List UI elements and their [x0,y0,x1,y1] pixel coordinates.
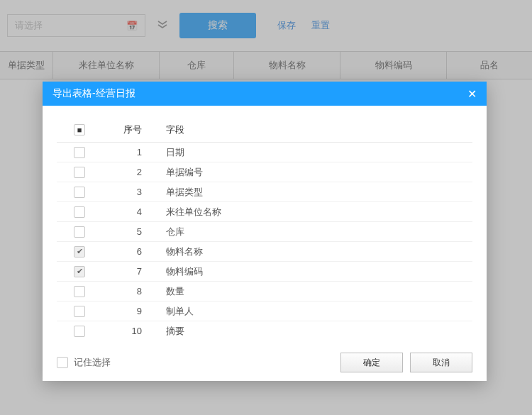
row-field: 单据类型 [166,186,472,199]
row-index: 4 [102,206,166,217]
modal-title: 导出表格-经营日报 [52,87,135,100]
remember-checkbox[interactable] [57,357,68,368]
ok-button[interactable]: 确定 [340,353,403,372]
modal-footer: 记住选择 确定 取消 [43,344,487,381]
col-header-index: 序号 [102,123,166,136]
row-checkbox[interactable] [74,147,85,158]
row-index: 3 [102,187,166,197]
row-index: 2 [102,167,166,177]
row-field: 单据编号 [166,166,472,179]
row-checkbox[interactable] [74,187,85,198]
table-row: 4来往单位名称 [57,202,472,222]
row-field: 数量 [166,285,472,298]
row-checkbox[interactable] [74,206,85,218]
table-row: 2单据编号 [57,162,472,182]
row-field: 物料编码 [166,265,472,278]
row-index: 6 [102,246,166,257]
table-row: 9制单人 [57,301,472,321]
col-header-field: 字段 [166,123,472,136]
remember-label: 记住选择 [74,356,111,369]
table-row: 8数量 [57,282,472,301]
row-checkbox[interactable] [74,167,85,178]
table-row: ✔7物料编码 [57,262,472,282]
row-checkbox[interactable] [74,326,85,337]
modal-header: 导出表格-经营日报 ✕ [43,82,487,106]
remember-choice[interactable]: 记住选择 [57,356,111,369]
select-all-checkbox[interactable]: ■ [74,124,85,135]
close-icon[interactable]: ✕ [467,87,477,101]
cancel-button[interactable]: 取消 [410,353,472,372]
row-checkbox[interactable]: ✔ [74,246,85,258]
row-field: 日期 [166,146,472,159]
table-row: 5仓库 [57,222,472,242]
row-checkbox[interactable] [74,226,85,238]
row-field: 制单人 [166,305,472,318]
row-checkbox[interactable] [74,286,85,297]
table-header-row: ■ 序号 字段 [57,117,472,143]
table-rows[interactable]: 1日期2单据编号3单据类型4来往单位名称5仓库✔6物料名称✔7物料编码8数量9制… [57,143,472,340]
row-field: 物料名称 [166,245,472,258]
row-field: 来往单位名称 [166,206,472,218]
row-field: 仓库 [166,226,472,238]
row-index: 5 [102,226,166,237]
row-checkbox[interactable] [74,306,85,317]
row-checkbox[interactable]: ✔ [74,266,85,277]
table-row: 1日期 [57,143,472,162]
row-index: 10 [102,326,166,336]
table-row: 3单据类型 [57,182,472,202]
row-index: 8 [102,286,166,297]
modal-body: ■ 序号 字段 1日期2单据编号3单据类型4来往单位名称5仓库✔6物料名称✔7物… [43,106,487,344]
row-index: 1 [102,147,166,157]
table-row: 10摘要 [57,321,472,340]
row-index: 7 [102,266,166,277]
row-field: 摘要 [166,325,472,338]
table-row: ✔6物料名称 [57,242,472,262]
export-modal: 导出表格-经营日报 ✕ ■ 序号 字段 1日期2单据编号3单据类型4来往单位名称… [43,82,487,381]
row-index: 9 [102,306,166,316]
